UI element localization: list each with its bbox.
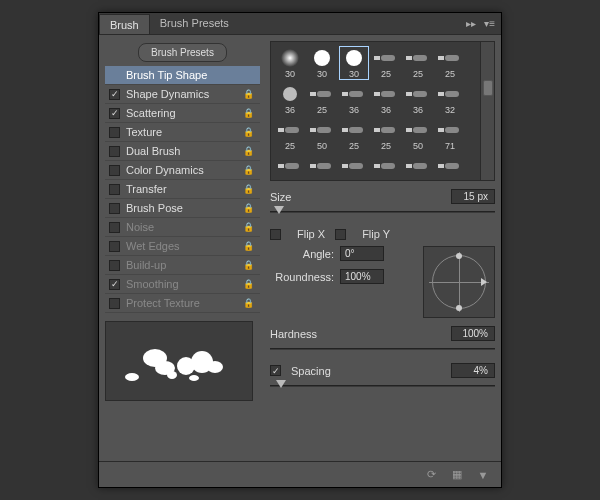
brush-thumbnail[interactable]: 36 <box>371 82 401 116</box>
option-row[interactable]: Transfer🔒 <box>105 180 260 199</box>
option-label: Dual Brush <box>126 145 180 157</box>
hardness-value[interactable]: 100% <box>451 326 495 341</box>
option-checkbox[interactable] <box>109 279 120 290</box>
svg-point-1 <box>314 50 330 66</box>
brush-thumbnail[interactable]: 25 <box>307 82 337 116</box>
brush-presets-button[interactable]: Brush Presets <box>138 43 227 62</box>
brush-thumbnail[interactable]: 30 <box>307 46 337 80</box>
lock-icon[interactable]: 🔒 <box>243 222 254 232</box>
lock-icon[interactable]: 🔒 <box>243 279 254 289</box>
compass-handle-bottom[interactable] <box>456 305 462 311</box>
toggle-icon[interactable]: ⟳ <box>423 468 439 482</box>
size-slider[interactable] <box>270 206 495 218</box>
lock-icon[interactable]: 🔒 <box>243 89 254 99</box>
option-row[interactable]: Protect Texture🔒 <box>105 294 260 313</box>
option-checkbox[interactable] <box>109 127 120 138</box>
brush-thumbnail[interactable]: 25 <box>371 118 401 152</box>
flip-x-checkbox[interactable] <box>270 229 281 240</box>
brush-thumbnail[interactable]: 25 <box>435 46 465 80</box>
tab-brush-presets[interactable]: Brush Presets <box>150 13 239 34</box>
brush-thumbnail[interactable]: 25 <box>371 46 401 80</box>
brush-thumbnail[interactable]: 50 <box>307 118 337 152</box>
option-checkbox[interactable] <box>109 222 120 233</box>
size-value[interactable]: 15 px <box>451 189 495 204</box>
option-checkbox[interactable] <box>109 165 120 176</box>
option-row[interactable]: Shape Dynamics🔒 <box>105 85 260 104</box>
option-checkbox[interactable] <box>109 298 120 309</box>
svg-rect-13 <box>349 91 363 97</box>
panel-menu-icon[interactable]: ▾≡ <box>484 18 495 29</box>
lock-icon[interactable]: 🔒 <box>243 146 254 156</box>
hardness-slider[interactable] <box>270 343 495 355</box>
option-row[interactable]: Brush Tip Shape <box>105 66 260 85</box>
scrollbar-thumb[interactable] <box>483 80 493 96</box>
svg-rect-25 <box>349 127 363 133</box>
option-row[interactable]: Color Dynamics🔒 <box>105 161 260 180</box>
option-checkbox[interactable] <box>109 184 120 195</box>
brush-thumbnail[interactable]: 25 <box>275 118 305 152</box>
option-checkbox[interactable] <box>109 203 120 214</box>
option-row[interactable]: Brush Pose🔒 <box>105 199 260 218</box>
angle-compass[interactable] <box>423 246 495 318</box>
roundness-input[interactable] <box>340 269 384 284</box>
svg-point-0 <box>281 49 299 67</box>
collapse-icon[interactable]: ▸▸ <box>466 18 476 29</box>
lock-icon[interactable]: 🔒 <box>243 298 254 308</box>
option-row[interactable]: Smoothing🔒 <box>105 275 260 294</box>
brush-thumbnail[interactable]: 71 <box>435 118 465 152</box>
brush-thumbnail[interactable]: 36 <box>275 82 305 116</box>
option-checkbox[interactable] <box>109 89 120 100</box>
option-checkbox[interactable] <box>109 146 120 157</box>
svg-rect-20 <box>278 128 284 132</box>
option-row[interactable]: Texture🔒 <box>105 123 260 142</box>
brush-thumbnail[interactable]: 25 <box>339 118 369 152</box>
option-checkbox[interactable] <box>109 108 120 119</box>
spacing-slider[interactable] <box>270 380 495 392</box>
option-row[interactable]: Dual Brush🔒 <box>105 142 260 161</box>
option-checkbox[interactable] <box>109 260 120 271</box>
brush-thumbnail[interactable]: 50 <box>403 118 433 152</box>
brush-thumbnail[interactable]: 50 <box>371 154 401 176</box>
option-label: Wet Edges <box>126 240 180 252</box>
new-preset-icon[interactable]: ▦ <box>449 468 465 482</box>
brush-grid-scrollbar[interactable] <box>480 42 494 180</box>
brush-size-label: 71 <box>445 141 455 151</box>
brush-thumbnail[interactable]: 50 <box>403 154 433 176</box>
option-checkbox[interactable] <box>109 241 120 252</box>
svg-rect-23 <box>317 127 331 133</box>
brush-thumbnail[interactable]: 30 <box>275 46 305 80</box>
spacing-value[interactable]: 4% <box>451 363 495 378</box>
lock-icon[interactable]: 🔒 <box>243 165 254 175</box>
compass-handle-top[interactable] <box>456 253 462 259</box>
option-row[interactable]: Build-up🔒 <box>105 256 260 275</box>
lock-icon[interactable]: 🔒 <box>243 127 254 137</box>
brush-thumbnail[interactable]: 36 <box>339 82 369 116</box>
brush-thumbnail[interactable]: 50 <box>307 154 337 176</box>
lock-icon[interactable]: 🔒 <box>243 241 254 251</box>
trash-icon[interactable]: ▼ <box>475 468 491 482</box>
brush-thumbnail[interactable]: 36 <box>403 82 433 116</box>
brush-size-label: 25 <box>317 105 327 115</box>
option-row[interactable]: Noise🔒 <box>105 218 260 237</box>
lock-icon[interactable]: 🔒 <box>243 260 254 270</box>
lock-icon[interactable]: 🔒 <box>243 184 254 194</box>
brush-thumbnail[interactable]: 25 <box>403 46 433 80</box>
brush-panel: Brush Brush Presets ▸▸ ▾≡ Brush Presets … <box>98 12 502 488</box>
options-list: Brush Tip ShapeShape Dynamics🔒Scattering… <box>105 66 260 313</box>
option-row[interactable]: Wet Edges🔒 <box>105 237 260 256</box>
lock-icon[interactable]: 🔒 <box>243 203 254 213</box>
flip-y-checkbox[interactable] <box>335 229 346 240</box>
angle-input[interactable] <box>340 246 384 261</box>
brush-size-label: 25 <box>285 141 295 151</box>
spacing-checkbox[interactable] <box>270 365 281 376</box>
tab-brush[interactable]: Brush <box>99 14 150 34</box>
brush-thumbnail[interactable]: 50 <box>339 154 369 176</box>
brush-thumbnail[interactable]: 36 <box>435 154 465 176</box>
lock-icon[interactable]: 🔒 <box>243 108 254 118</box>
brush-thumbnail[interactable]: 32 <box>435 82 465 116</box>
option-label: Brush Tip Shape <box>126 69 207 81</box>
brush-size-label: 36 <box>349 105 359 115</box>
option-row[interactable]: Scattering🔒 <box>105 104 260 123</box>
brush-thumbnail[interactable]: 25 <box>275 154 305 176</box>
brush-thumbnail[interactable]: 30 <box>339 46 369 80</box>
